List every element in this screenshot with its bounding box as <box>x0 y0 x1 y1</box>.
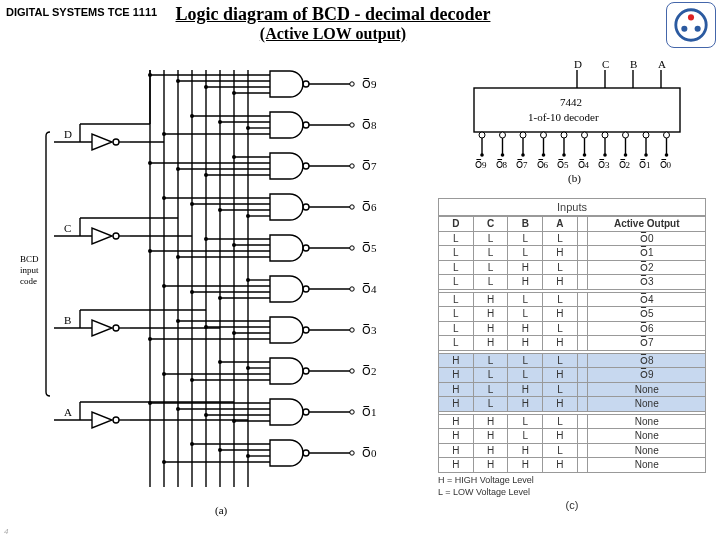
table-row: LHLLO̅4 <box>439 292 706 307</box>
input-label-A: A <box>64 406 72 418</box>
svg-point-161 <box>480 153 484 157</box>
svg-point-181 <box>583 153 587 157</box>
gate-output-label: O̅0 <box>362 447 377 459</box>
nand-gate-bank: O̅9O̅8O̅7O̅6O̅5O̅4O̅3O̅2O̅1O̅0 <box>148 71 377 466</box>
table-row: HLHHNone <box>439 397 706 412</box>
svg-text:O̅0: O̅0 <box>660 159 672 170</box>
svg-point-195 <box>664 132 670 138</box>
svg-point-104 <box>303 286 309 292</box>
svg-text:O̅2: O̅2 <box>619 159 631 170</box>
chip-body <box>474 88 680 132</box>
svg-text:D: D <box>574 58 582 70</box>
table-row: HLLLO̅8 <box>439 353 706 368</box>
table-row: LHLHO̅5 <box>439 307 706 322</box>
svg-text:O̅5: O̅5 <box>557 159 569 170</box>
svg-point-128 <box>350 369 354 373</box>
svg-point-93 <box>303 245 309 251</box>
svg-marker-9 <box>92 228 112 244</box>
svg-point-197 <box>665 153 669 157</box>
svg-marker-5 <box>92 134 112 150</box>
gate-output-label: O̅2 <box>362 365 377 377</box>
slide-number: 4 <box>4 527 8 536</box>
course-code: DIGITAL SYSTEMS TCE 1111 <box>6 6 157 18</box>
svg-point-171 <box>541 132 547 138</box>
gate-output-label: O̅7 <box>362 160 377 172</box>
input-label-C: C <box>64 222 71 234</box>
svg-text:O̅4: O̅4 <box>578 159 590 170</box>
svg-text:O̅8: O̅8 <box>496 159 508 170</box>
svg-point-117 <box>350 328 354 332</box>
svg-point-177 <box>562 153 566 157</box>
gate-output-label: O̅8 <box>362 119 377 131</box>
table-row: HHLLNone <box>439 414 706 429</box>
svg-text:O̅6: O̅6 <box>537 159 549 170</box>
col-B: B <box>508 217 543 232</box>
chip-label-2: 1-of-10 decoder <box>528 111 599 123</box>
svg-text:O̅3: O̅3 <box>598 159 610 170</box>
gate-output-label: O̅1 <box>362 406 377 418</box>
svg-point-2 <box>681 26 687 32</box>
chip-label-1: 7442 <box>560 96 582 108</box>
svg-point-126 <box>303 368 309 374</box>
svg-point-173 <box>542 153 546 157</box>
svg-text:O̅1: O̅1 <box>639 159 651 170</box>
table-row: HLHLNone <box>439 382 706 397</box>
logic-diagram-a: .w { stroke:#000; stroke-width:1.4; fill… <box>20 62 425 530</box>
gate-output-label: O̅4 <box>362 283 377 295</box>
institution-logo <box>666 2 716 48</box>
chip-outputs: O̅9O̅8O̅7O̅6O̅5O̅4O̅3O̅2O̅1O̅0 <box>475 132 672 170</box>
svg-point-159 <box>479 132 485 138</box>
block-diagram-b: .w{stroke:#000;stroke-width:1.4;fill:non… <box>446 58 706 188</box>
truth-table-c: Inputs D C B A Active Output LLLLO̅0LLLH… <box>438 198 706 511</box>
table-row: HLLHO̅9 <box>439 368 706 383</box>
svg-point-137 <box>303 409 309 415</box>
svg-point-148 <box>303 450 309 456</box>
legend-low: L = LOW Voltage Level <box>438 487 706 497</box>
gate-output-label: O̅3 <box>362 324 377 336</box>
table-row: HHLHNone <box>439 429 706 444</box>
svg-point-163 <box>500 132 506 138</box>
svg-point-139 <box>350 410 354 414</box>
svg-point-106 <box>350 287 354 291</box>
col-out: Active Output <box>588 217 706 232</box>
svg-point-179 <box>582 132 588 138</box>
table-row: LHHLO̅6 <box>439 321 706 336</box>
svg-point-82 <box>303 204 309 210</box>
table-row: LHHHO̅7 <box>439 336 706 351</box>
svg-text:O̅7: O̅7 <box>516 159 528 170</box>
table-row: HHHLNone <box>439 443 706 458</box>
svg-point-49 <box>303 81 309 87</box>
svg-point-6 <box>113 139 119 145</box>
col-D: D <box>439 217 474 232</box>
bcd-label-3: code <box>20 276 37 286</box>
slide-header: DIGITAL SYSTEMS TCE 1111 Logic diagram o… <box>6 4 660 43</box>
svg-point-73 <box>350 164 354 168</box>
svg-point-150 <box>350 451 354 455</box>
table-row: LLLLO̅0 <box>439 231 706 246</box>
svg-point-115 <box>303 327 309 333</box>
svg-point-51 <box>350 82 354 86</box>
table-row: HHHHNone <box>439 458 706 473</box>
svg-point-191 <box>643 132 649 138</box>
table-title: Inputs <box>438 198 706 216</box>
svg-marker-13 <box>92 320 112 336</box>
gate-output-label: O̅5 <box>362 242 377 254</box>
chip-top-inputs: D C B A <box>574 58 666 88</box>
svg-point-169 <box>521 153 525 157</box>
svg-point-165 <box>501 153 505 157</box>
svg-point-10 <box>113 233 119 239</box>
svg-text:B: B <box>630 58 637 70</box>
caption-c: (c) <box>438 499 706 511</box>
input-label-B: B <box>64 314 71 326</box>
gate-output-label: O̅9 <box>362 78 377 90</box>
input-label-D: D <box>64 128 72 140</box>
svg-point-14 <box>113 325 119 331</box>
svg-point-60 <box>303 122 309 128</box>
svg-point-187 <box>623 132 629 138</box>
col-C: C <box>473 217 508 232</box>
svg-text:C: C <box>602 58 609 70</box>
page-subtitle: (Active LOW output) <box>6 25 660 43</box>
table-row: LLHHO̅3 <box>439 275 706 290</box>
svg-point-71 <box>303 163 309 169</box>
svg-point-84 <box>350 205 354 209</box>
